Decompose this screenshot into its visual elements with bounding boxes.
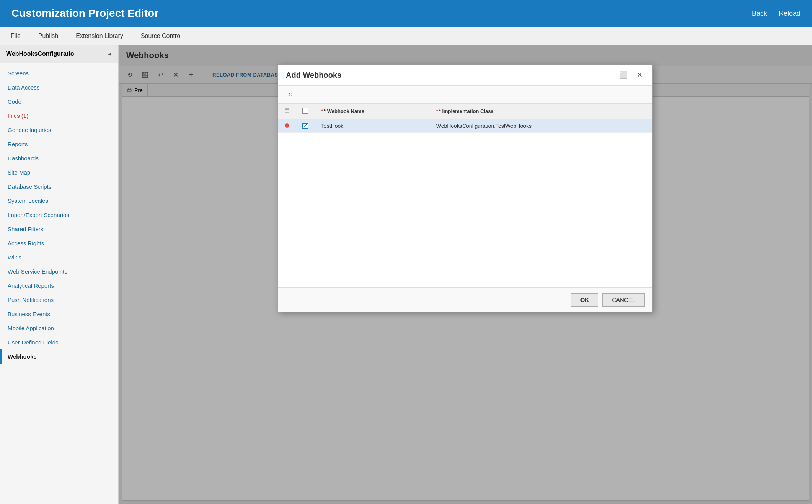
sidebar-nav: Screens Data Access Code Files (1) Gener…: [0, 63, 118, 367]
print-icon: [284, 108, 290, 113]
row-modified-indicator: [278, 119, 296, 133]
row-implementation-class[interactable]: WebHooksConfiguration.TestWebHooks: [430, 119, 652, 133]
webhooks-table: ** Webhook Name ** Implementation Class: [278, 104, 652, 133]
dialog-maximize-button[interactable]: ⬜: [617, 70, 630, 80]
sidebar-toggle[interactable]: ◄: [107, 51, 112, 57]
dialog-header: Add Webhooks ⬜ ✕: [278, 65, 652, 86]
sidebar-item-user-defined-fields[interactable]: User-Defined Fields: [0, 335, 118, 349]
select-all-checkbox[interactable]: [302, 108, 308, 114]
header-links: Back Reload: [752, 10, 801, 18]
dialog-toolbar: ↻: [278, 86, 652, 104]
menu-publish[interactable]: Publish: [35, 31, 61, 41]
sidebar-item-generic-inquiries[interactable]: Generic Inquiries: [0, 123, 118, 137]
table-header-webhook-name: ** Webhook Name: [315, 104, 430, 119]
dialog-title: Add Webhooks: [286, 71, 341, 80]
menu-source-control[interactable]: Source Control: [138, 31, 185, 41]
dialog-table: ** Webhook Name ** Implementation Class: [278, 104, 652, 287]
reload-link[interactable]: Reload: [779, 10, 801, 18]
table-header-checkbox[interactable]: [296, 104, 315, 119]
dialog-footer: OK CANCEL: [278, 287, 652, 312]
table-header-implementation-class: ** Implementation Class: [430, 104, 652, 119]
add-webhooks-dialog: Add Webhooks ⬜ ✕ ↻: [278, 64, 653, 312]
sidebar-item-wikis[interactable]: Wikis: [0, 250, 118, 264]
sidebar-header: WebHooksConfiguratio ◄: [0, 45, 118, 63]
dialog-header-icons: ⬜ ✕: [617, 70, 645, 80]
app-title: Customization Project Editor: [11, 7, 158, 20]
sidebar-item-database-scripts[interactable]: Database Scripts: [0, 179, 118, 194]
sidebar-project-name: WebHooksConfiguratio: [6, 51, 74, 57]
back-link[interactable]: Back: [752, 10, 767, 18]
sidebar-item-data-access[interactable]: Data Access: [0, 80, 118, 95]
sidebar-item-shared-filters[interactable]: Shared Filters: [0, 222, 118, 236]
sidebar-item-code[interactable]: Code: [0, 95, 118, 109]
sidebar-item-web-service[interactable]: Web Service Endpoints: [0, 264, 118, 279]
sidebar-item-site-map[interactable]: Site Map: [0, 165, 118, 179]
row-webhook-name[interactable]: TestHook: [315, 119, 430, 133]
sidebar-item-system-locales[interactable]: System Locales: [0, 194, 118, 208]
sidebar-item-dashboards[interactable]: Dashboards: [0, 151, 118, 165]
row-checkbox-cell[interactable]: [296, 119, 315, 133]
cancel-button[interactable]: CANCEL: [602, 293, 645, 307]
content-area: Webhooks ↻ ↩ ✕ + RELOAD FROM DATABASE MA…: [119, 45, 812, 504]
table-header: ** Webhook Name ** Implementation Class: [278, 104, 652, 119]
sidebar-item-business-events[interactable]: Business Events: [0, 307, 118, 321]
ok-button[interactable]: OK: [571, 293, 599, 307]
sidebar: WebHooksConfiguratio ◄ Screens Data Acce…: [0, 45, 119, 504]
sidebar-item-push-notifications[interactable]: Push Notifications: [0, 293, 118, 307]
sidebar-item-mobile-application[interactable]: Mobile Application: [0, 321, 118, 335]
table-body: TestHook WebHooksConfiguration.TestWebHo…: [278, 119, 652, 133]
sidebar-item-analytical-reports[interactable]: Analytical Reports: [0, 279, 118, 293]
sidebar-item-webhooks[interactable]: Webhooks: [0, 349, 118, 364]
table-header-print: [278, 104, 296, 119]
sidebar-item-screens[interactable]: Screens: [0, 66, 118, 80]
sidebar-item-reports[interactable]: Reports: [0, 137, 118, 151]
table-row[interactable]: TestHook WebHooksConfiguration.TestWebHo…: [278, 119, 652, 133]
dialog-close-button[interactable]: ✕: [634, 70, 645, 80]
dialog-reload-icon[interactable]: ↻: [284, 89, 296, 100]
row-checkbox[interactable]: [302, 123, 308, 129]
menu-bar: File Publish Extension Library Source Co…: [0, 27, 812, 45]
app-header: Customization Project Editor Back Reload: [0, 0, 812, 27]
modified-dot: [285, 123, 289, 128]
sidebar-item-import-export[interactable]: Import/Export Scenarios: [0, 208, 118, 222]
sidebar-item-files[interactable]: Files (1): [0, 109, 118, 123]
menu-extension-library[interactable]: Extension Library: [73, 31, 126, 41]
menu-file[interactable]: File: [8, 31, 24, 41]
sidebar-item-access-rights[interactable]: Access Rights: [0, 236, 118, 250]
main-layout: WebHooksConfiguratio ◄ Screens Data Acce…: [0, 45, 812, 504]
